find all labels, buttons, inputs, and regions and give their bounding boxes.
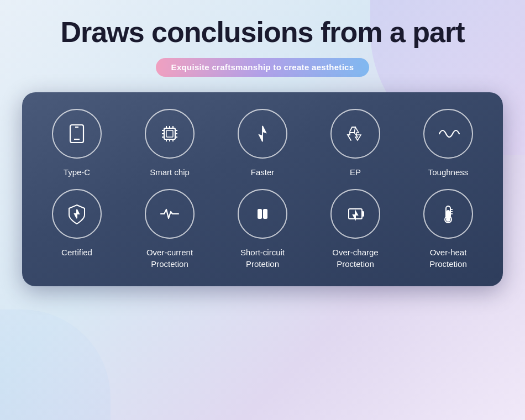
svg-marker-17: [259, 126, 266, 141]
certified-label: Certified: [61, 246, 92, 258]
over-charge-icon: [343, 202, 368, 226]
faster-icon: [250, 122, 275, 146]
svg-rect-22: [362, 212, 364, 216]
feature-faster: Faster: [219, 109, 306, 178]
feature-over-charge: Over-chargeProctetion: [312, 189, 399, 270]
type-c-icon-circle: [52, 109, 102, 159]
over-charge-label: Over-chargeProctetion: [332, 246, 378, 270]
toughness-icon: [436, 122, 460, 146]
ep-icon-circle: [330, 109, 380, 159]
smart-chip-icon-circle: [145, 109, 195, 159]
page-wrapper: Draws conclusions from a part Exquisite …: [0, 0, 525, 420]
feature-toughness: Toughness: [405, 109, 492, 178]
feature-type-c: Type-C: [33, 109, 120, 178]
feature-certified: Certified: [33, 189, 120, 270]
toughness-label: Toughness: [428, 166, 469, 178]
over-current-label: Over-currentProctetion: [146, 246, 193, 270]
faster-label: Faster: [251, 166, 275, 178]
faster-icon-circle: [238, 109, 287, 159]
type-c-icon: [65, 122, 89, 146]
svg-marker-18: [75, 209, 79, 218]
feature-over-heat: Over-heatProctetion: [405, 189, 492, 270]
subtitle-text: Exquisite craftsmanship to create aesthe…: [171, 62, 354, 72]
feature-short-circuit: Short-circuitProtetion: [219, 189, 306, 270]
certified-icon: [65, 202, 89, 226]
over-current-icon-circle: [145, 189, 195, 239]
svg-rect-19: [258, 209, 261, 218]
svg-point-27: [447, 218, 450, 221]
over-heat-icon: [436, 202, 460, 226]
short-circuit-label: Short-circuitProtetion: [240, 246, 285, 270]
short-circuit-icon: [250, 202, 275, 226]
short-circuit-icon-circle: [238, 189, 287, 239]
smart-chip-icon: [158, 122, 182, 146]
type-c-label: Type-C: [64, 166, 90, 178]
over-heat-icon-circle: [423, 189, 473, 239]
feature-ep: EP: [312, 109, 399, 178]
page-title: Draws conclusions from a part: [61, 17, 465, 48]
svg-marker-23: [353, 211, 358, 219]
svg-rect-3: [164, 128, 175, 139]
features-card: Type-C: [22, 92, 503, 286]
features-grid: Type-C: [33, 109, 492, 270]
smart-chip-label: Smart chip: [150, 166, 190, 178]
feature-smart-chip: Smart chip: [126, 109, 213, 178]
ep-icon: [343, 122, 368, 146]
over-current-icon: [158, 202, 182, 226]
svg-rect-4: [166, 130, 173, 137]
svg-rect-20: [264, 209, 267, 218]
certified-icon-circle: [52, 189, 102, 239]
feature-over-current: Over-currentProctetion: [126, 189, 213, 270]
subtitle-badge: Exquisite craftsmanship to create aesthe…: [156, 58, 370, 77]
over-charge-icon-circle: [330, 189, 380, 239]
toughness-icon-circle: [423, 109, 473, 159]
over-heat-label: Over-heatProctetion: [429, 246, 467, 270]
ep-label: EP: [350, 166, 361, 178]
